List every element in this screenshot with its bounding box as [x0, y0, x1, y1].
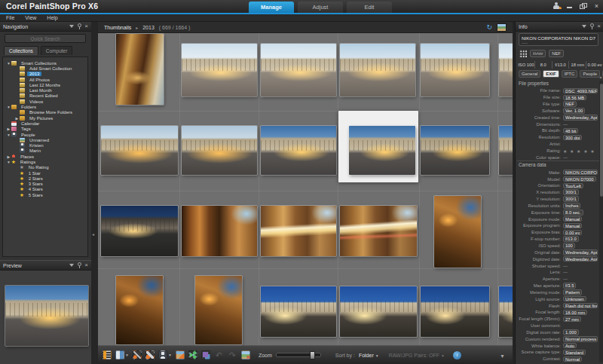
restore-button[interactable] — [579, 2, 587, 10]
delete-photo-button[interactable] — [241, 350, 250, 359]
info-tab-general[interactable]: General — [519, 70, 540, 78]
pin-icon[interactable] — [589, 23, 594, 29]
tree-right-arrow-icon[interactable]: ▶ — [6, 127, 11, 131]
tree-item-smart-collections[interactable]: ▼Smart Collections — [3, 60, 87, 66]
info-help-icon[interactable]: i — [453, 351, 461, 359]
tree-item-add-smart-collection[interactable]: Add Smart Collection — [3, 66, 87, 71]
close-icon[interactable]: × — [597, 23, 601, 29]
tree-item-5-stars[interactable]: ★5 Stars — [3, 192, 87, 197]
tree-item-kristen[interactable]: Kristen — [3, 142, 87, 148]
tree-down-arrow-icon[interactable]: ▼ — [6, 61, 11, 66]
thumbnail[interactable] — [340, 44, 415, 96]
close-icon[interactable]: × — [84, 23, 88, 29]
info-tab-people[interactable]: People — [580, 70, 600, 78]
breadcrumb-folder[interactable]: 2013 — [142, 25, 155, 30]
info-tab-exif[interactable]: EXIF — [543, 70, 559, 78]
thumbnail[interactable] — [182, 126, 257, 175]
tree-item-tags[interactable]: ▶Tags — [3, 127, 87, 132]
selected-thumbnail-card[interactable] — [338, 111, 418, 182]
thumbnail[interactable] — [421, 126, 489, 175]
thumbnail-size-icon[interactable] — [497, 23, 507, 32]
menu-file[interactable]: File — [6, 15, 14, 20]
rawjpg-pairs-dropdown[interactable]: RAW/JPG Pairs: OFF ▼ — [389, 353, 445, 358]
view-options-button[interactable] — [103, 350, 112, 359]
histogram-grid-icon[interactable] — [519, 50, 527, 57]
search-input[interactable] — [5, 34, 86, 43]
sort-by-dropdown[interactable]: Folder ▼ — [359, 353, 379, 358]
thumbnail[interactable] — [261, 44, 336, 96]
zoom-slider[interactable] — [276, 353, 321, 357]
tree-item-2013[interactable]: 2013 — [3, 72, 87, 77]
thumbnail[interactable] — [340, 286, 417, 337]
minimize-button[interactable] — [565, 2, 574, 10]
thumbnail[interactable] — [499, 126, 513, 175]
close-icon[interactable]: × — [84, 262, 88, 268]
tree-item-people[interactable]: ▼People — [3, 132, 87, 137]
tree-item-no-rating[interactable]: ★No Rating — [3, 165, 87, 170]
panel-menu-icon[interactable] — [582, 25, 586, 28]
scrollbar-thumb[interactable] — [600, 84, 603, 197]
thumbnail[interactable] — [499, 286, 513, 337]
panel-splitter[interactable]: ◂ — [91, 22, 98, 364]
thumbnail[interactable] — [340, 206, 417, 256]
user-account-icon[interactable] — [552, 2, 560, 10]
tree-item-2-stars[interactable]: ★2 Stars — [3, 176, 87, 181]
thumbnail[interactable] — [116, 276, 163, 344]
scroll-up-icon[interactable]: ▲ — [599, 75, 603, 78]
tab-edit[interactable]: Edit — [347, 2, 392, 13]
refresh-icon[interactable]: ↻ — [486, 23, 492, 31]
palette-toggle-button[interactable]: ▼ — [115, 350, 129, 359]
tree-down-arrow-icon[interactable]: ▼ — [6, 160, 11, 164]
thumbnail[interactable] — [261, 206, 336, 256]
thumbnail[interactable] — [101, 126, 178, 175]
edit-photo-button[interactable] — [176, 350, 185, 359]
thumbnail[interactable] — [434, 196, 481, 268]
thumbnail[interactable] — [421, 286, 489, 337]
slideshow-button[interactable] — [201, 350, 210, 359]
tree-item-videos[interactable]: Videos — [3, 99, 87, 104]
tree-down-arrow-icon[interactable]: ▼ — [6, 105, 11, 109]
pin-icon[interactable] — [77, 262, 81, 268]
rating-stars[interactable]: ★ ★ ★ ★ ★ — [563, 148, 595, 154]
tab-manage[interactable]: Manage — [249, 2, 294, 13]
nav-tab-collections[interactable]: Collections — [4, 46, 38, 55]
thumbnail[interactable] — [101, 206, 178, 256]
pin-icon[interactable] — [77, 23, 81, 29]
panel-menu-icon[interactable] — [69, 264, 74, 267]
tree-item-recent-edited[interactable]: Recent Edited — [3, 93, 87, 99]
tab-adjust[interactable]: Adjust — [298, 2, 343, 13]
zoom-slider-thumb[interactable] — [310, 351, 315, 359]
share-button[interactable] — [188, 350, 197, 359]
tree-item-calendar[interactable]: Calendar — [3, 121, 87, 126]
tree-item-ratings[interactable]: ▼★Ratings — [3, 159, 87, 164]
tree-item-last-12-months[interactable]: Last 12 Months — [3, 82, 87, 87]
panel-menu-icon[interactable] — [69, 25, 74, 28]
tree-item-4-stars[interactable]: ★4 Stars — [3, 187, 87, 192]
thumbnail[interactable] — [182, 206, 257, 256]
thumbnail[interactable] — [261, 286, 336, 337]
tree-right-arrow-icon[interactable]: ▶ — [6, 154, 11, 159]
tree-item-my-pictures[interactable]: ▶My Pictures — [3, 115, 87, 121]
tree-item-last-month[interactable]: Last Month — [3, 87, 87, 93]
menu-help[interactable]: Help — [47, 15, 57, 20]
tree-down-arrow-icon[interactable]: ▼ — [6, 133, 11, 137]
tree-item-all-photos[interactable]: All Photos — [3, 77, 87, 82]
tree-right-arrow-icon[interactable]: ▶ — [14, 116, 20, 121]
thumbnail[interactable] — [349, 126, 415, 175]
thumbnail[interactable] — [421, 44, 489, 96]
tree-item-1-star[interactable]: ★1 Star — [3, 170, 87, 176]
thumbnail[interactable] — [261, 126, 336, 175]
tree-item-folders[interactable]: ▼Folders — [3, 104, 87, 109]
info-tab-iptc[interactable]: IPTC — [562, 70, 578, 78]
thumbnail[interactable] — [195, 276, 242, 344]
tree-item-unnamed[interactable]: Unnamed — [3, 137, 87, 142]
close-button[interactable]: × — [592, 2, 601, 10]
scrollbar[interactable] — [599, 81, 603, 362]
collapse-chevron-icon[interactable]: ▼ — [500, 353, 505, 359]
pen-tool-button[interactable] — [133, 350, 142, 359]
thumbnail[interactable] — [182, 44, 257, 96]
thumbnail[interactable] — [499, 44, 513, 96]
people-tag-button[interactable]: ▼ — [158, 350, 172, 359]
tree-item-browse-more-folders[interactable]: Browse More Folders — [3, 110, 87, 115]
breadcrumb-root[interactable]: Thumbnails — [104, 25, 131, 30]
